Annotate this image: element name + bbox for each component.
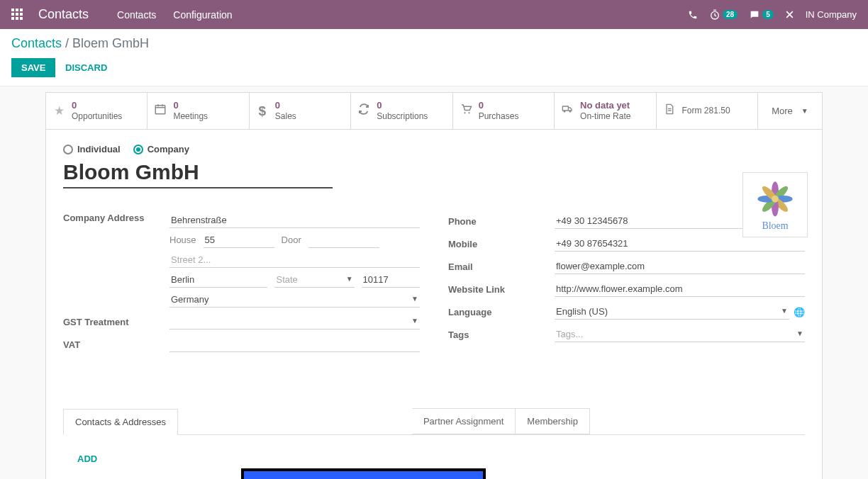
nav-configuration[interactable]: Configuration (173, 9, 232, 21)
discard-button[interactable]: DISCARD (65, 62, 107, 73)
notebook-tabs: Contacts & Addresses Partner Assignment … (63, 408, 805, 435)
breadcrumb-current: Bloem GmbH (72, 36, 149, 50)
document-icon (662, 103, 677, 119)
control-panel: Contacts / Bloem GmbH SAVE DISCARD (0, 29, 868, 86)
chevron-down-icon: ▼ (801, 107, 808, 115)
svg-point-2 (464, 112, 465, 113)
topbar: Contacts Contacts Configuration 28 5 IN … (0, 0, 868, 29)
stat-purchases[interactable]: 0Purchases (453, 93, 555, 129)
label-email: Email (448, 261, 555, 272)
svg-point-5 (569, 111, 572, 113)
mobile-input[interactable] (555, 236, 805, 252)
house-input[interactable] (204, 232, 274, 248)
radio-company[interactable]: Company (133, 144, 189, 154)
calendar-icon (153, 103, 167, 119)
label-house: House (169, 232, 196, 248)
timer-icon[interactable]: 28 (709, 9, 738, 21)
label-phone: Phone (448, 216, 555, 227)
stat-row: ★ 0Opportunities 0Meetings $ 0Sales 0Sub… (46, 93, 822, 130)
label-mobile: Mobile (448, 239, 555, 249)
avatar[interactable]: Bloem (742, 172, 808, 237)
street-input[interactable] (169, 213, 420, 228)
website-input[interactable] (555, 281, 805, 297)
language-select[interactable] (555, 304, 789, 320)
name-input[interactable] (63, 159, 333, 188)
stat-opportunities[interactable]: ★ 0Opportunities (46, 93, 148, 129)
apps-icon[interactable] (11, 9, 24, 21)
stat-more[interactable]: More ▼ (758, 93, 822, 129)
globe-icon[interactable]: 🌐 (794, 307, 805, 317)
form-sheet: ★ 0Opportunities 0Meetings $ 0Sales 0Sub… (45, 92, 823, 479)
star-icon: ★ (52, 103, 66, 118)
phone-icon[interactable] (688, 10, 698, 20)
label-gst: GST Treatment (63, 317, 169, 327)
gst-treatment-select[interactable] (169, 314, 420, 329)
stat-subscriptions[interactable]: 0Subscriptions (351, 93, 452, 129)
tags-input[interactable] (555, 327, 805, 342)
chat-icon[interactable]: 5 (749, 9, 774, 21)
svg-rect-1 (156, 106, 166, 114)
truck-icon (560, 103, 574, 118)
tab-contacts-addresses[interactable]: Contacts & Addresses (63, 409, 178, 435)
svg-point-14 (772, 196, 779, 203)
city-input[interactable] (169, 272, 267, 288)
stat-form281[interactable]: Form 281.50 (657, 93, 758, 129)
state-input[interactable] (274, 272, 354, 288)
label-vat: VAT (63, 339, 169, 350)
chat-badge: 5 (762, 10, 774, 19)
refresh-icon (357, 103, 371, 119)
tab-membership[interactable]: Membership (516, 408, 590, 434)
label-tags: Tags (448, 329, 555, 340)
street2-input[interactable] (169, 252, 420, 268)
nav-contacts[interactable]: Contacts (117, 9, 156, 21)
svg-point-4 (564, 111, 566, 113)
breadcrumb: Contacts / Bloem GmbH (11, 36, 857, 51)
stat-ontime[interactable]: No data yetOn-time Rate (555, 93, 656, 129)
tab-partner-assignment[interactable]: Partner Assignment (412, 408, 516, 434)
dollar-icon: $ (255, 103, 269, 119)
door-input[interactable] (308, 232, 379, 248)
close-icon[interactable] (785, 10, 794, 19)
vat-input[interactable] (169, 337, 420, 352)
stat-meetings[interactable]: 0Meetings (148, 93, 249, 129)
add-button[interactable]: ADD (77, 453, 97, 464)
app-brand: Contacts (38, 7, 89, 22)
svg-point-3 (468, 112, 469, 113)
label-door: Door (282, 232, 301, 248)
save-button[interactable]: SAVE (11, 58, 55, 77)
radio-individual[interactable]: Individual (63, 144, 121, 154)
zip-input[interactable] (362, 272, 420, 288)
cart-icon (459, 103, 473, 119)
gst-treatment-dropdown: Registered Business - Regular Registered… (241, 468, 486, 479)
stat-sales[interactable]: $ 0Sales (250, 93, 351, 129)
breadcrumb-root[interactable]: Contacts (11, 36, 62, 50)
country-input[interactable] (169, 292, 420, 308)
label-language: Language (448, 307, 555, 317)
label-address: Company Address (63, 213, 169, 223)
timer-badge: 28 (723, 10, 738, 19)
svg-text:Bloem: Bloem (762, 221, 788, 232)
company-switcher[interactable]: IN Company (806, 9, 857, 20)
label-website: Website Link (448, 284, 555, 295)
email-input[interactable] (555, 259, 805, 274)
gst-option-blank[interactable] (244, 471, 483, 479)
